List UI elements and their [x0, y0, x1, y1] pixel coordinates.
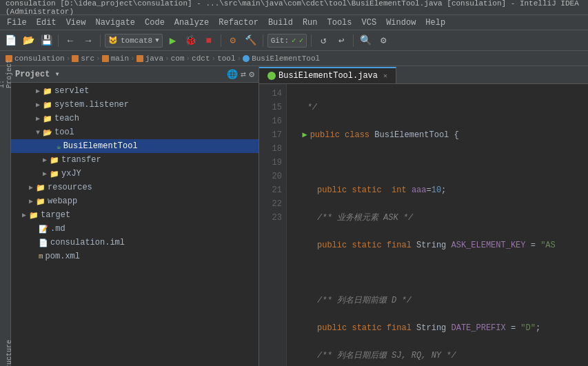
tree-item-webapp[interactable]: ▶ 📁 webapp — [11, 194, 258, 208]
code-line-14: */ — [292, 101, 582, 114]
tree-item-teach[interactable]: ▶ 📁 teach — [11, 112, 258, 125]
toolbar-save-btn[interactable]: 💾 — [39, 33, 54, 48]
tree-label-transfer: transfer — [61, 155, 101, 165]
menu-build[interactable]: Build — [264, 17, 297, 29]
toolbar-open-btn[interactable]: 📂 — [21, 33, 36, 48]
tree-arrow-tool: ▼ — [33, 129, 43, 136]
toolbar-sep5 — [311, 34, 312, 47]
project-panel-toggle[interactable]: 1: Project — [1, 69, 10, 79]
tree-item-transfer[interactable]: ▶ 📁 transfer — [11, 153, 258, 167]
line-numbers: 14 15 16 17 18 19 20 21 22 23 — [259, 84, 287, 366]
editor-tabs: BusiElementTool.java ✕ — [259, 66, 588, 84]
menu-edit[interactable]: Edit — [32, 17, 61, 29]
toolbar-rebuild-btn[interactable]: 🔨 — [243, 33, 258, 48]
toolbar-sep1 — [58, 34, 59, 47]
bc-main-icon — [102, 55, 109, 62]
toolbar-search-btn[interactable]: 🔍 — [358, 33, 373, 48]
tree-arrow-target: ▶ — [19, 211, 29, 219]
project-panel: Project ▾ 🌐 ⇄ ⚙ ▶ 📁 servlet ▶ 📁 system.l… — [11, 66, 259, 366]
bc-cdct[interactable]: cdct — [192, 54, 210, 63]
tree-item-iml[interactable]: 📄 consulation.iml — [11, 236, 258, 250]
title-bar: consulation [D:\idea_project\consulation… — [0, 0, 588, 15]
tree-item-yxjy[interactable]: ▶ 📁 yxJY — [11, 167, 258, 181]
tree-item-pom[interactable]: m pom.xml — [11, 250, 258, 263]
tree-label-yxjy: yxJY — [61, 169, 81, 179]
menu-run[interactable]: Run — [298, 17, 322, 29]
tree-arrow-webapp: ▶ — [26, 197, 36, 205]
bc-main[interactable]: main — [102, 54, 129, 63]
tab-close-btn[interactable]: ✕ — [383, 72, 387, 80]
menu-code[interactable]: Code — [141, 17, 169, 29]
menu-file[interactable]: File — [3, 17, 31, 29]
tree-label-target: target — [41, 210, 70, 220]
tree-item-resources[interactable]: ▶ 📁 resources — [11, 181, 258, 194]
iml-icon: 📄 — [39, 238, 48, 247]
toolbar-run-btn[interactable]: ▶ — [165, 33, 181, 48]
toolbar-sep4 — [263, 34, 263, 47]
toolbar-new-btn[interactable]: 📄 — [3, 33, 18, 48]
md-icon: 📝 — [39, 225, 48, 234]
toolbar-debug-btn[interactable]: 🐞 — [183, 33, 199, 48]
project-tree: ▶ 📁 servlet ▶ 📁 system.listener ▶ 📁 teac… — [11, 83, 258, 366]
toolbar-undo-btn[interactable]: ↩ — [334, 33, 349, 48]
code-line-18: /** 业务根元素 ASK */ — [292, 211, 582, 225]
code-line-16 — [292, 156, 582, 170]
tree-label-teach: teach — [54, 114, 79, 123]
tree-item-servlet[interactable]: ▶ 📁 servlet — [11, 84, 258, 98]
editor-tab-busielement[interactable]: BusiElementTool.java ✕ — [259, 67, 396, 83]
tree-arrow-system-listener: ▶ — [33, 101, 43, 109]
tree-label-tool: tool — [54, 128, 74, 137]
bc-src[interactable]: src — [72, 54, 94, 63]
tree-arrow-transfer: ▶ — [40, 156, 50, 164]
menu-refactor[interactable]: Refactor — [214, 17, 263, 29]
menu-vcs[interactable]: VCS — [358, 17, 381, 29]
bc-java-file-icon — [243, 55, 250, 62]
tree-item-system-listener[interactable]: ▶ 📁 system.listener — [11, 98, 258, 112]
toolbar-sep2 — [100, 34, 101, 47]
toolbar-git-combo[interactable]: Git: ✓ ✓ — [267, 34, 307, 48]
tree-label-resources: resources — [48, 183, 92, 192]
project-globe-icon[interactable]: 🌐 — [227, 69, 238, 80]
project-settings-icon[interactable]: ⚙ — [249, 69, 254, 80]
menu-window[interactable]: Window — [382, 17, 420, 29]
tree-item-target[interactable]: ▶ 📁 target — [11, 208, 258, 222]
folder-icon-target: 📁 — [29, 211, 39, 220]
bc-consulation[interactable]: consulation — [6, 54, 65, 63]
toolbar-stop-btn[interactable]: ■ — [201, 33, 216, 48]
toolbar-forward-btn[interactable]: → — [81, 33, 96, 48]
folder-icon-transfer: 📁 — [50, 156, 59, 165]
tree-arrow-yxjy: ▶ — [40, 170, 50, 178]
menu-tools[interactable]: Tools — [323, 17, 356, 29]
menu-view[interactable]: View — [62, 17, 90, 29]
tree-arrow-teach: ▶ — [33, 114, 43, 123]
code-line-17: public static int aaa=10; — [292, 183, 582, 197]
folder-icon-servlet: 📁 — [43, 87, 52, 96]
folder-icon-webapp: 📁 — [36, 197, 45, 206]
bc-java[interactable]: java — [136, 54, 163, 63]
folder-icon-yxjy: 📁 — [50, 170, 59, 179]
toolbar-back-btn[interactable]: ← — [63, 33, 78, 48]
tree-arrow-resources: ▶ — [26, 183, 36, 192]
bc-busielement[interactable]: BusiElementTool — [243, 54, 320, 63]
toolbar-tomcat-combo[interactable]: 🐱 tomcat8 ▼ — [105, 34, 163, 48]
toolbar-settings-btn[interactable]: ⚙ — [376, 33, 391, 48]
tree-label-md: .md — [50, 224, 65, 234]
code-editor[interactable]: 14 15 16 17 18 19 20 21 22 23 */ ▶public… — [259, 84, 588, 366]
structure-panel-toggle[interactable]: 2: Structure — [1, 354, 10, 363]
project-sync-icon[interactable]: ⇄ — [241, 69, 246, 80]
toolbar-build-btn[interactable]: ⚙ — [225, 33, 241, 48]
code-content[interactable]: */ ▶public class BusiElementTool { publi… — [287, 84, 588, 366]
menu-help[interactable]: Help — [421, 17, 449, 29]
tree-item-tool[interactable]: ▼ 📂 tool — [11, 125, 258, 139]
toolbar-sep3 — [221, 34, 221, 47]
folder-icon-resources: 📁 — [36, 183, 45, 192]
tree-item-busielement[interactable]: ☕ BusiElementTool — [11, 139, 258, 153]
toolbar-refresh-btn[interactable]: ↺ — [316, 33, 331, 48]
bc-com[interactable]: com — [171, 54, 185, 63]
tab-filename: BusiElementTool.java — [278, 71, 378, 81]
menu-analyze[interactable]: Analyze — [170, 17, 213, 29]
bc-tool[interactable]: tool — [217, 54, 235, 63]
menu-navigate[interactable]: Navigate — [91, 17, 139, 29]
tree-item-md[interactable]: 📝 .md — [11, 222, 258, 236]
editor-area: BusiElementTool.java ✕ 14 15 16 17 18 19… — [259, 66, 588, 366]
